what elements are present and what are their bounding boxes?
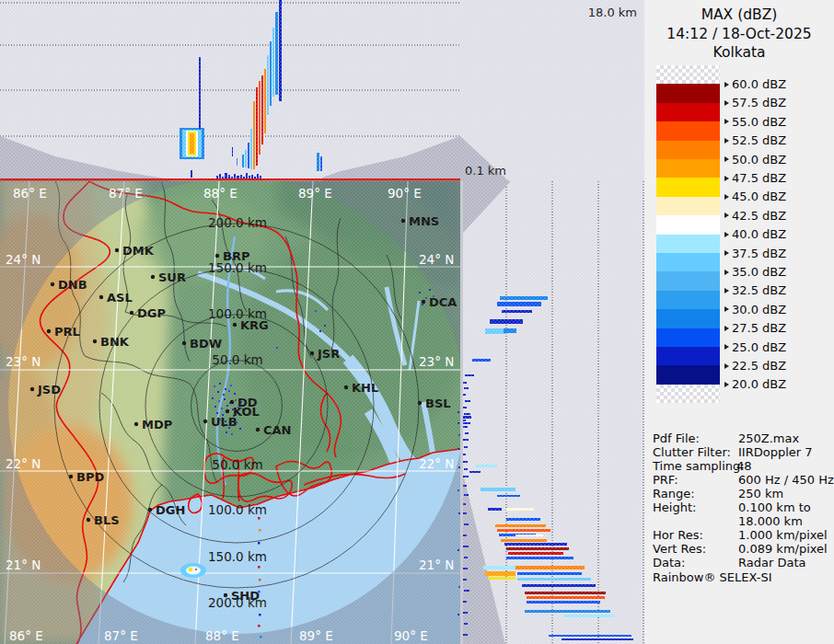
city-label: PRL xyxy=(54,325,80,339)
city-label: DNB xyxy=(58,278,87,292)
echo-column-rect xyxy=(191,170,192,178)
city-marker-dot xyxy=(115,248,119,252)
metadata-value: 0.089 km/pixel xyxy=(738,542,828,556)
echo-noise-rect xyxy=(463,535,467,536)
echo-column-rect xyxy=(199,57,201,129)
echo-noise-rect xyxy=(463,612,468,614)
echo-noise-rect xyxy=(464,468,468,470)
echo-noise-rect xyxy=(463,461,468,463)
scale-tick-arrow-icon xyxy=(724,250,729,256)
dbz-color-scale xyxy=(656,65,720,404)
city-marker-dot xyxy=(87,518,90,522)
echo-bar-rect xyxy=(506,557,573,559)
city-label: CAN xyxy=(263,423,291,437)
longitude-label-top: 87° E xyxy=(109,186,143,201)
echo-bar-rect xyxy=(504,328,516,333)
city-label: BLS xyxy=(94,513,120,527)
city-marker-dot xyxy=(215,254,219,258)
echo-column-rect xyxy=(272,28,274,97)
echo-speckle xyxy=(212,397,214,399)
dbz-scale-label: 32.5 dBZ xyxy=(732,283,786,298)
echo-column-rect xyxy=(253,101,255,169)
echo-column-rect xyxy=(250,129,252,169)
city-label: SUR xyxy=(158,270,186,284)
dbz-band-checker xyxy=(656,385,720,403)
city-marker-dot xyxy=(93,339,97,343)
latitude-label-right: 22° N xyxy=(419,456,454,471)
right-cross-section-plot xyxy=(463,181,644,644)
echo-noise-rect xyxy=(464,387,469,389)
echo-speckle xyxy=(315,310,317,312)
echo-bar-rect xyxy=(563,615,614,617)
echo-bar-rect xyxy=(481,488,515,491)
scale-tick-arrow-icon xyxy=(724,176,729,181)
dbz-color-band xyxy=(656,197,720,215)
radar-map: 86° E86° E87° E87° E88° E88° E89° E89° E… xyxy=(0,181,460,644)
product-datetime: 14:12 / 18-Oct-2025 xyxy=(644,25,834,44)
city-label: KRG xyxy=(240,318,269,332)
echo-bar-rect xyxy=(469,471,481,473)
dbz-scale-label: 42.5 dBZ xyxy=(732,209,786,224)
metadata-row: Height:0.100 km to xyxy=(644,500,834,514)
echo-column-rect xyxy=(232,147,233,156)
echo-speckle xyxy=(425,297,427,299)
dbz-scale-label: 35.0 dBZ xyxy=(732,265,786,280)
echo-speckle xyxy=(458,448,459,450)
echo-speckle xyxy=(319,330,321,332)
metadata-row: 18.000 km xyxy=(644,514,834,528)
longitude-label-bottom: 88° E xyxy=(205,628,239,643)
echo-bar-rect xyxy=(562,638,633,640)
city-marker-dot xyxy=(51,282,54,286)
station-name: Kolkata xyxy=(644,43,834,63)
echo-bar-rect xyxy=(485,328,506,334)
city-marker-dot xyxy=(182,341,186,345)
echo-bar-rect xyxy=(527,601,600,604)
product-name: MAX (dBZ) xyxy=(644,6,834,25)
dbz-scale-label: 20.0 dBZ xyxy=(732,377,786,392)
echo-speckle xyxy=(226,405,228,407)
longitude-label-bottom: 86° E xyxy=(9,628,43,643)
echo-dot xyxy=(258,566,261,569)
metadata-row: Vert Res:0.089 km/pixel xyxy=(644,542,834,556)
echo-bar-rect xyxy=(500,296,548,300)
echo-speckle xyxy=(324,325,326,327)
scale-tick-arrow-icon xyxy=(724,306,729,312)
dbz-scale-label: 47.5 dBZ xyxy=(732,171,786,186)
scale-tick-arrow-icon xyxy=(724,326,729,331)
echo-bar-rect xyxy=(506,508,534,511)
echo-speckle xyxy=(221,408,223,409)
dbz-color-band xyxy=(656,328,720,347)
echo-speckle xyxy=(217,391,219,393)
city-marker-dot xyxy=(99,295,103,299)
scale-tick-arrow-icon xyxy=(724,363,729,369)
dbz-scale-label: 30.0 dBZ xyxy=(732,303,786,317)
echo-bar-rect xyxy=(549,635,631,637)
dbz-scale-label: 60.0 dBZ xyxy=(732,77,786,92)
metadata-value: 0.100 km to xyxy=(738,500,811,514)
longitude-label-top: 90° E xyxy=(388,186,422,201)
city-label: JSD xyxy=(37,383,61,397)
echo-noise-rect xyxy=(463,476,469,477)
dbz-scale-label: 40.0 dBZ xyxy=(732,227,786,242)
echo-bar-rect xyxy=(488,508,502,511)
radar-application-window: 18.0 km 0.1 km xyxy=(0,0,834,644)
echo-noise-rect xyxy=(465,400,470,402)
dbz-color-band xyxy=(656,347,720,365)
echo-dot xyxy=(259,529,261,532)
scale-tick-arrow-icon xyxy=(724,194,729,200)
dbz-scale-label: 37.5 dBZ xyxy=(732,247,786,261)
scale-tick-arrow-icon xyxy=(724,156,729,162)
echo-noise-rect xyxy=(464,590,469,592)
echo-column-rect xyxy=(248,143,249,168)
metadata-row: PRF:600 Hz / 450 Hz xyxy=(644,473,834,487)
dbz-color-band xyxy=(656,103,720,121)
metadata-label: Height: xyxy=(653,500,696,514)
echo-noise-rect xyxy=(463,416,471,419)
echo-bar-rect xyxy=(495,524,546,527)
map-panel: 86° E86° E87° E87° E88° E88° E89° E89° E… xyxy=(0,181,460,644)
echo-bar-rect xyxy=(508,552,563,555)
echo-column-rect xyxy=(270,41,272,106)
panel-divider xyxy=(460,181,463,644)
echo-noise-rect xyxy=(463,568,468,569)
range-ring-label: 100.0 km xyxy=(208,502,267,517)
